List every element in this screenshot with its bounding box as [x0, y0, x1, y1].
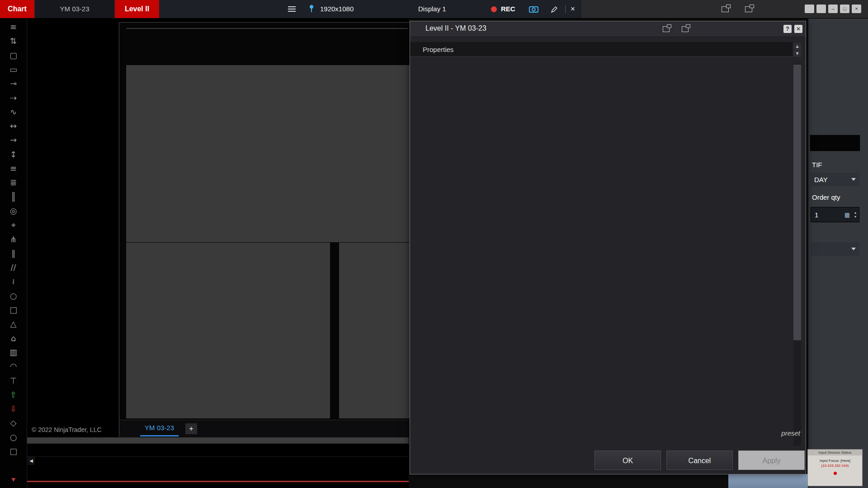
- parallel-channel-icon[interactable]: //: [0, 263, 27, 272]
- pencil-icon[interactable]: [551, 5, 558, 13]
- level2-window: YM 03-23 +: [119, 22, 412, 437]
- vertical-grid-icon[interactable]: ║: [0, 192, 27, 202]
- add-tab-button[interactable]: +: [185, 423, 197, 434]
- position-display: [810, 135, 860, 151]
- send-to-window-icon[interactable]: [663, 26, 670, 32]
- order-qty-stepper[interactable]: 1 ▦ ▴ ▾: [811, 207, 859, 222]
- calculator-icon[interactable]: ▦: [843, 211, 852, 218]
- collapse-triangle-icon[interactable]: ▼: [0, 477, 27, 483]
- qty-value: 1: [811, 211, 843, 219]
- price-levels-icon[interactable]: ≣: [0, 178, 27, 187]
- titlebar-tab-chart[interactable]: Chart: [0, 0, 34, 18]
- rec-label[interactable]: REC: [501, 0, 515, 18]
- input-director-line1: Input Focus: [Here]: [808, 459, 862, 463]
- diamond-icon[interactable]: ◇: [0, 418, 27, 427]
- arc-icon[interactable]: ◠: [0, 361, 27, 371]
- spin-up-icon[interactable]: ▴: [854, 211, 856, 215]
- dashed-arrow-icon[interactable]: ⇢: [0, 93, 27, 103]
- send-to-tab-icon[interactable]: [682, 26, 689, 32]
- dot-icon[interactable]: ○: [0, 432, 27, 442]
- restore-button[interactable]: □: [840, 5, 849, 13]
- ray-icon[interactable]: ⊸: [0, 79, 27, 88]
- extended-line-icon[interactable]: ↔: [0, 121, 27, 131]
- scroll-down-button[interactable]: ▼: [793, 50, 801, 57]
- region-small-icon[interactable]: ▢: [0, 51, 27, 60]
- level2-instrument-tab[interactable]: YM 03-23: [140, 420, 179, 436]
- titlebar-tab-level-ii[interactable]: Level II: [115, 0, 159, 18]
- squiggle-icon[interactable]: ≀: [0, 277, 27, 286]
- order-panel: TIF DAY Order qty 1 ▦ ▴ ▾: [808, 18, 868, 488]
- panel-button-1[interactable]: [805, 5, 814, 13]
- dialog-title: Level II - YM 03-23: [425, 24, 486, 33]
- minimize-button[interactable]: –: [828, 5, 838, 13]
- measure-icon[interactable]: ≋: [0, 22, 27, 32]
- titlebar-tab-ym-03-23[interactable]: YM 03-23: [35, 0, 114, 18]
- tif-label: TIF: [812, 161, 822, 169]
- horizontal-splitter[interactable]: [27, 437, 409, 443]
- properties-header[interactable]: Properties: [410, 42, 793, 57]
- recorder-close-icon[interactable]: ×: [571, 0, 575, 18]
- close-button[interactable]: ×: [852, 5, 861, 13]
- freehand-line-icon[interactable]: ∿: [0, 107, 27, 117]
- dialog-close-button[interactable]: ✕: [794, 25, 802, 33]
- vertical-line-icon[interactable]: ↕: [0, 150, 27, 159]
- cancel-button[interactable]: Cancel: [666, 450, 733, 470]
- resolution-label: 868x488: [320, 0, 354, 18]
- main-titlebar: ChartYM 03-23Level II 868x488 Display …: [0, 0, 868, 19]
- scroll-up-button[interactable]: ▲: [793, 43, 801, 50]
- pentagon-icon[interactable]: ⌂: [0, 333, 27, 343]
- parallel-lines-icon[interactable]: ∥: [0, 249, 27, 258]
- horizontal-lines-icon[interactable]: ≡: [0, 164, 27, 173]
- menu-icon[interactable]: [288, 6, 296, 13]
- sort-arrows-icon[interactable]: ⇅: [0, 36, 27, 46]
- anchor-icon[interactable]: ⊤: [0, 376, 27, 385]
- chevron-down-icon: [851, 178, 856, 181]
- qty-spinner[interactable]: ▴ ▾: [852, 211, 859, 219]
- dialog-titlebar[interactable]: Level II - YM 03-23 ? ✕: [410, 21, 806, 37]
- rectangle-icon[interactable]: □: [0, 305, 27, 314]
- drawing-toolbar: ≋⇅▢▭⊸⇢∿↔→↕≡≣║◎⌖⋔∥//≀○□△⌂▥◠⊤⇧⇩◇○□▼: [0, 18, 27, 488]
- tif-value: DAY: [814, 176, 828, 183]
- crosshair-icon[interactable]: ⌖: [0, 220, 27, 230]
- depth-grid: [126, 65, 412, 242]
- camera-icon[interactable]: [529, 5, 539, 13]
- panel-button-2[interactable]: [816, 5, 826, 13]
- triangle-icon[interactable]: △: [0, 319, 27, 328]
- scroll-left-icon[interactable]: ◀: [28, 457, 35, 465]
- properties-dialog: Level II - YM 03-23 ? ✕ Properties ▲ ▼ p…: [410, 21, 806, 474]
- quote-grid: [126, 28, 408, 29]
- square-icon[interactable]: □: [0, 446, 27, 456]
- spin-down-icon[interactable]: ▾: [854, 215, 856, 219]
- ok-button[interactable]: OK: [594, 450, 661, 470]
- window-controls: –□×: [805, 5, 861, 13]
- bars-icon[interactable]: ▥: [0, 347, 27, 357]
- scrollbar-thumb[interactable]: [793, 65, 801, 340]
- new-window-icon[interactable]: [722, 6, 729, 12]
- display-label: Display 1: [418, 0, 446, 18]
- background-window-fragment: [728, 474, 808, 488]
- input-director-title: Input Director Status: [808, 450, 862, 455]
- region-large-icon[interactable]: ▭: [0, 65, 27, 74]
- tif-select[interactable]: DAY: [811, 173, 859, 186]
- pitchfork-icon[interactable]: ⋔: [0, 235, 27, 244]
- input-director-line2: (10.103.152.104): [808, 464, 862, 468]
- time-axis: [27, 443, 409, 457]
- ellipse-icon[interactable]: ○: [0, 291, 27, 300]
- copyright-label: © 2022 NinjaTrader, LLC: [32, 426, 102, 433]
- apply-button[interactable]: Apply: [738, 450, 805, 470]
- duplicate-window-icon[interactable]: [745, 6, 752, 12]
- chart-bottom-line: [27, 481, 409, 482]
- pin-icon[interactable]: [308, 4, 315, 13]
- arrow-down-icon[interactable]: ⇩: [0, 404, 27, 413]
- account-select[interactable]: [811, 242, 859, 256]
- preset-link[interactable]: preset: [781, 429, 800, 437]
- titlebar-tabs: ChartYM 03-23Level II: [0, 0, 159, 18]
- properties-list: [410, 64, 793, 421]
- target-icon[interactable]: ◎: [0, 206, 27, 216]
- help-button[interactable]: ?: [783, 25, 792, 33]
- order-qty-label: Order qty: [812, 193, 840, 201]
- rec-indicator-icon[interactable]: [491, 6, 497, 12]
- chevron-down-icon: [851, 248, 856, 250]
- arrow-line-icon[interactable]: →: [0, 135, 27, 145]
- arrow-up-icon[interactable]: ⇧: [0, 390, 27, 399]
